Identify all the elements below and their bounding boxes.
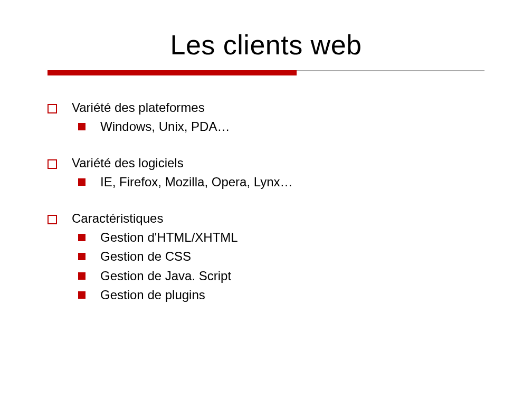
sub-list-item-label: Gestion d'HTML/XHTML	[100, 229, 484, 246]
solid-square-bullet-icon	[78, 178, 86, 186]
solid-square-bullet-icon	[78, 234, 86, 241]
bullet-group: Caractéristiques Gestion d'HTML/XHTML Ge…	[48, 210, 484, 304]
sub-list-item-label: Gestion de CSS	[100, 248, 484, 265]
bullet-group: Variété des logiciels IE, Firefox, Mozil…	[48, 155, 484, 191]
bullet-group: Variété des plateformes Windows, Unix, P…	[48, 99, 484, 136]
slide: Les clients web Variété des plateformes …	[0, 0, 532, 344]
title-divider	[48, 70, 484, 75]
slide-content: Variété des plateformes Windows, Unix, P…	[48, 99, 484, 304]
list-item: Variété des plateformes	[48, 99, 484, 116]
solid-square-bullet-icon	[78, 123, 86, 130]
solid-square-bullet-icon	[78, 253, 86, 260]
sub-list-item-label: Gestion de plugins	[100, 287, 484, 303]
sub-list-item: Windows, Unix, PDA…	[78, 118, 484, 135]
sub-list-item-label: Gestion de Java. Script	[100, 268, 484, 284]
sub-list-item: IE, Firefox, Mozilla, Opera, Lynx…	[78, 174, 484, 191]
slide-title: Les clients web	[48, 29, 484, 61]
open-square-bullet-icon	[48, 215, 57, 224]
open-square-bullet-icon	[48, 159, 57, 169]
sub-list-item: Gestion d'HTML/XHTML	[78, 229, 484, 246]
list-item-label: Caractéristiques	[72, 210, 484, 227]
solid-square-bullet-icon	[78, 272, 86, 280]
sub-list-item: Gestion de CSS	[78, 248, 484, 265]
open-square-bullet-icon	[48, 104, 57, 113]
list-item: Variété des logiciels	[48, 155, 484, 172]
list-item-label: Variété des logiciels	[72, 155, 484, 172]
sub-list-item-label: Windows, Unix, PDA…	[100, 118, 484, 135]
sub-list-item: Gestion de plugins	[78, 287, 484, 303]
list-item: Caractéristiques	[48, 210, 484, 227]
solid-square-bullet-icon	[78, 291, 86, 299]
list-item-label: Variété des plateformes	[72, 99, 484, 116]
sub-list-item-label: IE, Firefox, Mozilla, Opera, Lynx…	[100, 174, 484, 191]
sub-list-item: Gestion de Java. Script	[78, 268, 484, 284]
